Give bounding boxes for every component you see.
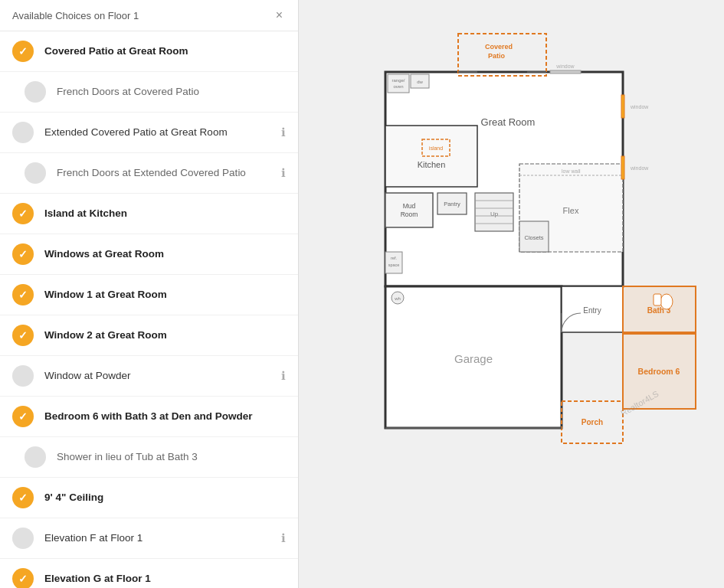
choice-item-windows-great-room[interactable]: Windows at Great Room: [0, 234, 298, 275]
choice-item-shower-tub[interactable]: Shower in lieu of Tub at Bath 3: [0, 437, 298, 478]
floorplan-container: Covered Patio Great Room Kitchen island …: [324, 26, 699, 562]
svg-text:Entry: Entry: [583, 306, 601, 315]
svg-text:Porch: Porch: [581, 418, 602, 426]
svg-rect-45: [388, 74, 409, 93]
choice-label-ceiling-height: 9' 4" Ceiling: [44, 491, 286, 505]
info-icon-extended-covered-patio[interactable]: ℹ: [281, 126, 286, 139]
choice-indicator-elevation-f: [12, 528, 34, 549]
svg-text:Closets: Closets: [524, 234, 543, 241]
choice-indicator-window1-great-room: [12, 284, 34, 305]
choice-label-extended-covered-patio: Extended Covered Patio at Great Room: [44, 126, 275, 139]
svg-text:dw: dw: [417, 80, 423, 84]
svg-text:range/: range/: [391, 78, 405, 83]
choice-indicator-covered-patio: [12, 41, 34, 62]
choice-item-window-powder[interactable]: Window at Powderℹ: [0, 356, 298, 397]
choice-label-windows-great-room: Windows at Great Room: [44, 247, 286, 261]
choice-item-covered-patio[interactable]: Covered Patio at Great Room: [0, 31, 298, 72]
choice-label-french-doors-covered: French Doors at Covered Patio: [57, 85, 286, 99]
svg-text:Great Room: Great Room: [480, 116, 535, 128]
svg-text:ref.: ref.: [391, 256, 397, 260]
choice-label-island-kitchen: Island at Kitchen: [44, 207, 286, 220]
choice-item-ceiling-height[interactable]: 9' 4" Ceiling: [0, 478, 298, 518]
choice-indicator-french-doors-covered: [25, 81, 46, 103]
svg-text:Mud: Mud: [402, 202, 415, 210]
choice-indicator-island-kitchen: [12, 203, 34, 224]
info-icon-elevation-f[interactable]: ℹ: [281, 531, 286, 545]
svg-rect-43: [550, 70, 581, 74]
floorplan-panel: Covered Patio Great Room Kitchen island …: [299, 0, 724, 588]
choice-indicator-window2-great-room: [12, 325, 34, 346]
choice-item-island-kitchen[interactable]: Island at Kitchen: [0, 194, 298, 234]
panel-header: Available Choices on Floor 1 ×: [0, 0, 298, 31]
svg-text:Kitchen: Kitchen: [417, 160, 445, 169]
svg-text:Flex: Flex: [562, 206, 578, 215]
svg-text:wh: wh: [394, 296, 401, 301]
choice-item-window1-great-room[interactable]: Window 1 at Great Room: [0, 275, 298, 315]
info-icon-window-powder[interactable]: ℹ: [281, 369, 286, 383]
choice-label-bedroom6-bath3: Bedroom 6 with Bath 3 at Den and Powder: [44, 410, 286, 423]
svg-text:Pantry: Pantry: [444, 201, 460, 207]
svg-text:space: space: [388, 263, 399, 267]
svg-rect-40: [621, 156, 624, 179]
choice-label-shower-tub: Shower in lieu of Tub at Bath 3: [57, 450, 286, 464]
choice-indicator-elevation-g: [12, 568, 34, 588]
svg-text:oven: oven: [393, 84, 403, 89]
svg-rect-39: [621, 95, 624, 118]
floorplan-svg: Covered Patio Great Room Kitchen island …: [324, 26, 699, 562]
choice-item-elevation-f[interactable]: Elevation F at Floor 1ℹ: [0, 518, 298, 559]
choice-indicator-french-doors-extended: [25, 162, 46, 184]
choice-item-extended-covered-patio[interactable]: Extended Covered Patio at Great Roomℹ: [0, 113, 298, 153]
choice-item-elevation-g[interactable]: Elevation G at Floor 1: [0, 559, 298, 588]
choice-label-window2-great-room: Window 2 at Great Room: [44, 328, 286, 342]
svg-text:Garage: Garage: [454, 352, 492, 365]
choice-label-elevation-g: Elevation G at Floor 1: [44, 572, 286, 586]
choice-item-bedroom6-bath3[interactable]: Bedroom 6 with Bath 3 at Den and Powder: [0, 397, 298, 437]
svg-text:window: window: [555, 64, 575, 69]
choices-list: Covered Patio at Great RoomFrench Doors …: [0, 31, 298, 588]
choice-label-french-doors-extended: French Doors at Extended Covered Patio: [57, 166, 275, 180]
choices-panel: Available Choices on Floor 1 × Covered P…: [0, 0, 299, 588]
choice-label-covered-patio: Covered Patio at Great Room: [44, 44, 286, 58]
panel-title: Available Choices on Floor 1: [12, 10, 139, 21]
choice-item-french-doors-covered[interactable]: French Doors at Covered Patio: [0, 72, 298, 113]
choice-indicator-ceiling-height: [12, 487, 34, 508]
svg-text:window: window: [630, 104, 649, 109]
svg-text:Bedroom 6: Bedroom 6: [637, 367, 680, 376]
choice-label-window-powder: Window at Powder: [44, 369, 275, 383]
svg-rect-38: [654, 294, 661, 305]
close-button[interactable]: ×: [273, 8, 286, 23]
svg-text:Room: Room: [400, 211, 418, 218]
svg-text:low wall: low wall: [562, 168, 581, 174]
choice-item-window2-great-room[interactable]: Window 2 at Great Room: [0, 315, 298, 356]
choice-label-window1-great-room: Window 1 at Great Room: [44, 288, 286, 302]
choice-item-french-doors-extended[interactable]: French Doors at Extended Covered Patioℹ: [0, 153, 298, 194]
svg-point-37: [660, 294, 673, 309]
choice-indicator-windows-great-room: [12, 243, 34, 265]
svg-text:Up: Up: [490, 211, 498, 217]
choice-indicator-window-powder: [12, 365, 34, 387]
svg-text:island: island: [428, 145, 442, 151]
svg-text:Covered: Covered: [485, 43, 513, 51]
svg-text:Patio: Patio: [488, 52, 506, 60]
svg-text:window: window: [630, 165, 649, 171]
choice-indicator-extended-covered-patio: [12, 122, 34, 143]
info-icon-french-doors-extended[interactable]: ℹ: [281, 166, 286, 180]
choice-label-elevation-f: Elevation F at Floor 1: [44, 531, 275, 545]
choice-indicator-bedroom6-bath3: [12, 406, 34, 427]
choice-indicator-shower-tub: [25, 446, 46, 468]
